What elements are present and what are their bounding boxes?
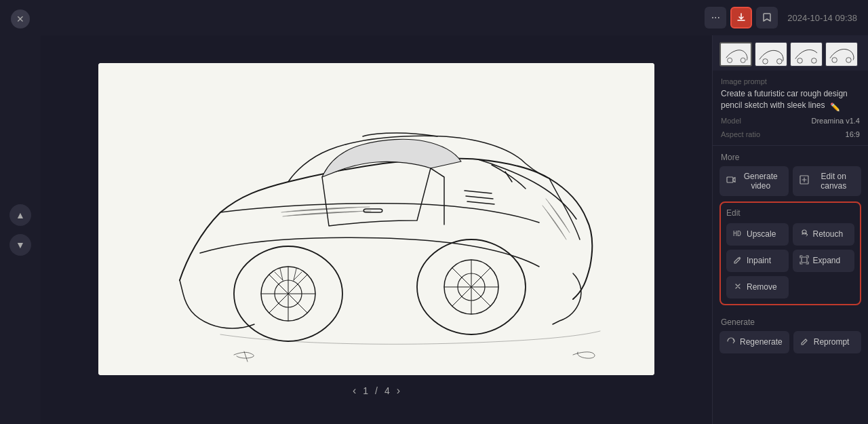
close-button[interactable]: ✕ [11, 9, 30, 28]
prev-image-button[interactable]: ▲ [9, 204, 31, 226]
page-total: 4 [384, 385, 390, 396]
next-page-button[interactable]: › [397, 385, 400, 397]
svg-text:HD: HD [733, 230, 741, 237]
edit-section-label: Edit [726, 208, 854, 218]
svg-rect-22 [826, 43, 856, 66]
svg-rect-19 [791, 43, 821, 66]
thumbnail-4[interactable] [825, 42, 858, 66]
edit-prompt-icon[interactable]: ✏️ [830, 102, 838, 110]
prompt-text: Create a futuristic car rough design pen… [721, 88, 860, 111]
regenerate-icon [726, 336, 736, 348]
thumbnail-3[interactable] [790, 42, 823, 66]
bookmark-button[interactable] [756, 7, 778, 28]
edit-section: Edit HD Upscale Retouch [719, 201, 861, 305]
model-label: Model [721, 117, 741, 125]
pagination: ‹ 1 / 4 › [353, 385, 400, 397]
regenerate-button[interactable]: Regenerate [719, 331, 789, 353]
top-actions: ··· 2024-10-14 09:38 [705, 7, 857, 28]
timestamp: 2024-10-14 09:38 [787, 13, 857, 23]
generate-video-button[interactable]: Generate video [719, 166, 789, 196]
canvas-icon [800, 175, 809, 187]
main-image [98, 63, 654, 375]
car-sketch-svg [98, 63, 654, 375]
svg-rect-29 [802, 257, 807, 263]
svg-rect-25 [727, 177, 733, 182]
edit-on-canvas-button[interactable]: Edit on canvas [793, 166, 862, 196]
thumbnails-row [713, 35, 868, 71]
right-panel: Image prompt Create a futuristic car rou… [712, 35, 868, 424]
aspect-value: 16:9 [846, 130, 860, 138]
inpaint-label: Inpaint [747, 256, 771, 265]
remove-button[interactable]: Remove [726, 276, 789, 298]
thumbnail-2[interactable] [755, 42, 787, 66]
info-section: Image prompt Create a futuristic car rou… [713, 71, 868, 146]
upscale-icon: HD [733, 229, 743, 240]
prompt-label: Image prompt [721, 77, 860, 85]
remove-icon [733, 282, 743, 293]
generate-video-label: Generate video [740, 172, 782, 191]
more-actions: Generate video Edit on canvas [713, 166, 868, 196]
regenerate-label: Regenerate [740, 337, 783, 347]
retouch-button[interactable]: Retouch [793, 223, 855, 246]
generate-grid: Regenerate Reprompt [719, 331, 861, 353]
upscale-label: Upscale [747, 229, 776, 239]
page-current: 1 [363, 385, 368, 396]
inpaint-button[interactable]: Inpaint [726, 250, 789, 272]
expand-label: Expand [813, 256, 841, 265]
model-value: Dreamina v1.4 [811, 117, 860, 125]
aspect-label: Aspect ratio [721, 130, 760, 138]
remove-label: Remove [747, 282, 777, 292]
page-separator: / [375, 385, 378, 396]
more-section-label: More [713, 146, 868, 166]
edit-on-canvas-label: Edit on canvas [813, 172, 855, 191]
next-image-button[interactable]: ▼ [9, 234, 31, 256]
video-icon [726, 175, 736, 187]
more-button[interactable]: ··· [705, 7, 726, 28]
bookmark-icon [762, 12, 772, 23]
prev-page-button[interactable]: ‹ [353, 385, 356, 397]
upscale-button[interactable]: HD Upscale [726, 223, 789, 246]
edit-grid: HD Upscale Retouch Inpain [726, 223, 854, 298]
thumbnail-1[interactable] [719, 42, 752, 66]
expand-button[interactable]: Expand [793, 250, 855, 272]
generate-section-label: Generate [713, 311, 868, 331]
reprompt-label: Reprompt [814, 337, 850, 347]
download-button[interactable] [730, 7, 752, 28]
retouch-label: Retouch [813, 229, 844, 239]
generate-section: Regenerate Reprompt [713, 331, 868, 353]
aspect-row: Aspect ratio 16:9 [721, 130, 860, 138]
inpaint-icon [733, 255, 743, 267]
retouch-icon [800, 229, 809, 240]
model-row: Model Dreamina v1.4 [721, 117, 860, 125]
download-icon [736, 12, 747, 23]
reprompt-button[interactable]: Reprompt [793, 331, 861, 353]
expand-icon [800, 255, 809, 267]
image-area: ‹ 1 / 4 › [41, 35, 712, 424]
left-nav: ▲ ▼ [0, 35, 41, 424]
reprompt-icon [800, 336, 810, 348]
